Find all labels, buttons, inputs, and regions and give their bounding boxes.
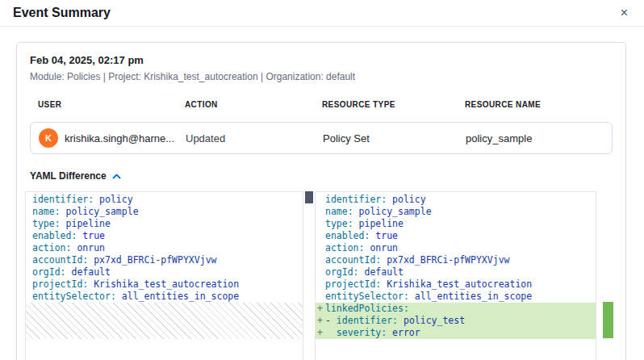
resource-name-cell: policy_sample xyxy=(466,132,604,144)
close-button[interactable]: × xyxy=(617,5,631,21)
column-header-action: ACTION xyxy=(185,100,322,109)
diff-line: entitySelector: all_entities_in_scope xyxy=(316,291,596,303)
diff-gutter xyxy=(303,191,315,360)
diff-add-marker: + xyxy=(317,327,323,339)
diff-line: identifier: policy xyxy=(26,194,303,206)
resource-type-cell: Policy Set xyxy=(323,132,466,144)
diff-line: accountId: px7xd_BFRCi-pfWPYXVjvw xyxy=(26,254,303,266)
diff-line: orgId: default xyxy=(316,266,596,278)
event-meta: Module: Policies | Project: Krishika_tes… xyxy=(30,71,613,82)
diff-line: action: onrun xyxy=(26,242,303,254)
user-email: krishika.singh@harne... xyxy=(65,132,174,144)
diff-add-marker: + xyxy=(317,315,323,327)
column-header-resource-name: RESOURCE NAME xyxy=(465,100,604,109)
yaml-difference-header: YAML Difference xyxy=(30,170,613,182)
diff-pane-original[interactable]: identifier: policyname: policy_sampletyp… xyxy=(25,191,303,360)
yaml-difference-label: YAML Difference xyxy=(30,170,107,182)
diff-line-added: +- identifier: policy_test xyxy=(316,315,596,327)
diff-filler-block xyxy=(26,303,303,339)
diff-line: orgId: default xyxy=(26,266,303,278)
diff-line: action: onrun xyxy=(316,242,596,254)
diff-line: entitySelector: all_entities_in_scope xyxy=(26,291,303,303)
diff-line: enabled: true xyxy=(316,230,596,242)
audit-row: K krishika.singh@harne... Updated Policy… xyxy=(30,122,613,154)
column-header-user: USER xyxy=(38,100,185,109)
diff-line: name: policy_sample xyxy=(316,206,596,218)
event-card: Feb 04, 2025, 02:17 pm Module: Policies … xyxy=(16,42,626,360)
diff-line: type: pipeline xyxy=(26,218,303,230)
close-icon: × xyxy=(621,6,628,19)
diff-line: projectId: Krishika_test_autocreation xyxy=(316,278,596,291)
collapse-button[interactable] xyxy=(112,174,121,179)
chevron-up-icon xyxy=(112,174,121,179)
diff-line: accountId: px7xd_BFRCi-pfWPYXVjvw xyxy=(316,254,596,266)
diff-line: name: policy_sample xyxy=(26,206,303,218)
yaml-diff-viewer: identifier: policyname: policy_sampletyp… xyxy=(25,191,616,360)
diff-line: enabled: true xyxy=(26,230,303,242)
event-timestamp: Feb 04, 2025, 02:17 pm xyxy=(30,54,613,66)
column-header-resource-type: RESOURCE TYPE xyxy=(322,100,465,109)
event-summary-modal: Event Summary × Feb 04, 2025, 02:17 pm M… xyxy=(0,0,644,27)
diff-sash[interactable] xyxy=(305,191,313,203)
diff-line: type: pipeline xyxy=(316,218,596,230)
diff-added-marker xyxy=(603,302,613,338)
diff-line-added: + severity: error xyxy=(316,327,596,339)
diff-overview-ruler[interactable] xyxy=(596,191,616,360)
audit-table-header: USER ACTION RESOURCE TYPE RESOURCE NAME xyxy=(30,100,613,109)
diff-pane-modified[interactable]: identifier: policyname: policy_sampletyp… xyxy=(315,191,596,360)
diff-line-added: +linkedPolicies: xyxy=(316,303,596,315)
diff-line: projectId: Krishika_test_autocreation xyxy=(26,278,303,291)
diff-add-marker: + xyxy=(317,303,323,315)
user-cell: K krishika.singh@harne... xyxy=(39,128,186,148)
page-title: Event Summary xyxy=(13,6,111,20)
diff-line: identifier: policy xyxy=(316,194,596,206)
modal-header: Event Summary × xyxy=(0,0,644,27)
avatar: K xyxy=(39,128,58,148)
action-cell: Updated xyxy=(186,132,323,144)
